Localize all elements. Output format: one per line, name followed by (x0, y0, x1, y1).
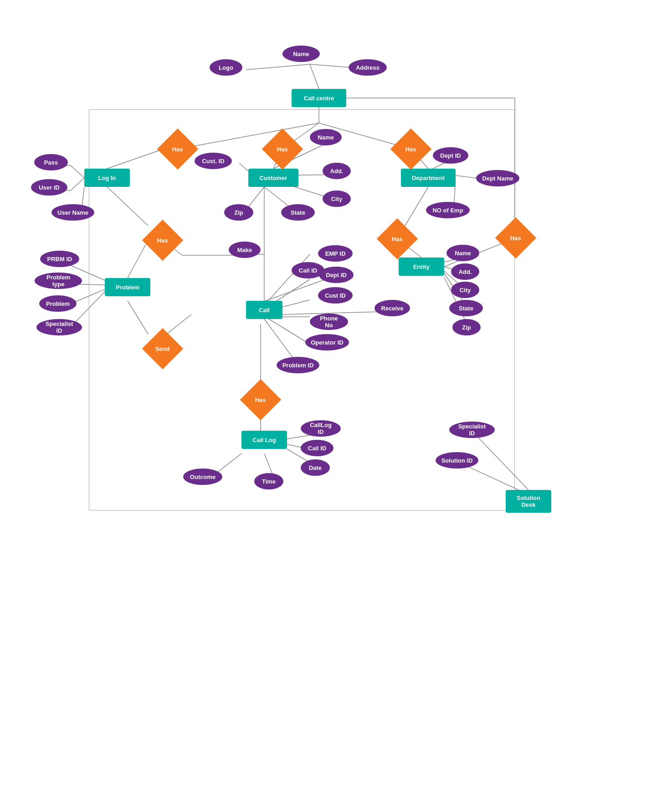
rel-has7: Has (240, 379, 282, 421)
svg-line-1 (246, 64, 310, 70)
attr-emp-id: EMP ID (318, 245, 353, 262)
attr-solution-id: Solution ID (436, 452, 478, 469)
attr-problem: Problem (39, 295, 77, 312)
svg-line-55 (128, 301, 148, 334)
attr-zip-cust: Zip (224, 204, 253, 221)
entity-login: Log In (84, 169, 130, 187)
attr-dept-name: Dept Name (476, 170, 519, 186)
entity-problem: Problem (105, 278, 150, 296)
rel-has5: Has (377, 218, 418, 260)
attr-name-cust: Name (310, 129, 342, 145)
attr-state-entity: State (449, 300, 483, 316)
svg-line-12 (71, 165, 84, 178)
attr-dept-id2: Dept ID (319, 267, 354, 283)
svg-line-28 (107, 187, 148, 226)
svg-line-0 (310, 64, 319, 89)
entity-department: Department (401, 169, 456, 187)
attr-cust-id2: Cust ID (318, 287, 353, 304)
entity-call-centre: Call centre (292, 89, 346, 107)
entity-customer: Customer (248, 169, 298, 187)
svg-line-9 (107, 149, 163, 169)
rel-has6: Has (495, 217, 537, 259)
attr-call-id2: Call ID (301, 440, 333, 456)
attr-operator-id: Operator ID (305, 334, 349, 350)
attr-specialist-id: Specialist ID (36, 319, 82, 335)
attr-dept-id: Dept ID (433, 147, 468, 164)
attr-time: Time (254, 473, 283, 490)
attr-problem-type: Problem type (35, 273, 82, 289)
attr-logo: Logo (210, 59, 242, 76)
attr-pass: Pass (34, 154, 68, 170)
attr-no-emp: NO of Emp (426, 202, 470, 218)
attr-specialist-id2: Specialist ID (449, 422, 495, 438)
rel-has4: Has (142, 220, 184, 261)
rel-send: Send (142, 328, 184, 370)
connection-lines (0, 0, 672, 809)
attr-zip-entity: Zip (452, 319, 481, 335)
attr-make: Make (229, 242, 261, 258)
svg-line-27 (128, 240, 148, 278)
rel-has3: Has (390, 129, 432, 170)
rel-has1: Has (157, 129, 199, 170)
attr-add-cust: Add. (323, 163, 351, 179)
attr-problem-id: Problem ID (277, 357, 319, 373)
attr-prbm-id: PRBM ID (40, 251, 79, 267)
attr-city-entity: City (451, 282, 479, 298)
attr-add-entity: Add. (451, 263, 479, 280)
svg-line-18 (239, 163, 248, 171)
svg-line-14 (71, 178, 84, 191)
attr-user-id: User ID (31, 179, 67, 196)
attr-date: Date (301, 459, 330, 476)
attr-outcome: Outcome (183, 469, 222, 485)
svg-line-64 (475, 434, 528, 490)
svg-line-46 (269, 319, 310, 344)
attr-phone-no: Phone No (310, 314, 348, 330)
attr-calllog-id: CallLog ID (301, 420, 341, 437)
attr-cust-id: Cust. ID (195, 153, 232, 169)
entity-solution-desk: Solution Desk (506, 490, 551, 513)
attr-receive: Receive (374, 300, 410, 316)
attr-username: User Name (51, 204, 94, 221)
entity-call-log: Call Log (241, 431, 287, 449)
attr-name-top: Name (282, 46, 320, 62)
attr-name-entity: Name (446, 245, 479, 261)
attr-city-cust: City (323, 191, 351, 207)
entity-entity: Entity (399, 258, 444, 276)
rel-has2: Has (262, 129, 303, 170)
attr-state-cust: State (281, 204, 315, 221)
entity-call: Call (246, 301, 282, 319)
er-diagram: Call centre Log In Customer Department P… (0, 0, 672, 809)
attr-address-top: Address (349, 59, 387, 76)
